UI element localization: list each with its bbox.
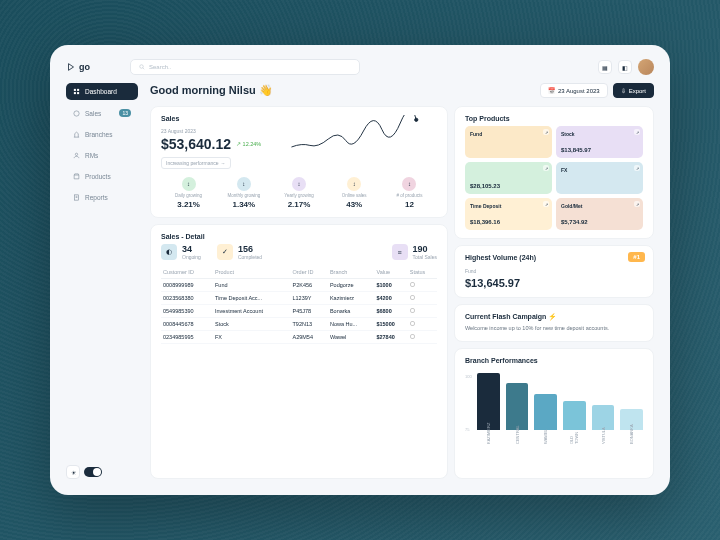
svg-point-5: [74, 110, 79, 115]
product-box[interactable]: Time Deposit↗$18,396.16: [465, 198, 552, 230]
nav-dashboard[interactable]: Dashboard: [66, 83, 138, 100]
col-header: Order ID: [291, 266, 328, 279]
sales-badge: 13: [119, 109, 131, 117]
nav-sales[interactable]: Sales 13: [66, 104, 138, 122]
rms-icon: [73, 152, 80, 159]
stat-ongoing: ◐34Ongoing: [161, 244, 201, 260]
sales-total: $53,640.12↗ 12.24%: [161, 136, 261, 152]
svg-point-6: [75, 153, 77, 155]
nav-reports[interactable]: Reports: [66, 189, 138, 206]
branch-bar: WAWEL: [534, 394, 557, 444]
metric-monthly: ↕Monthly growing1.34%: [216, 177, 271, 209]
branch-bar: CENTRAL: [506, 383, 529, 443]
campaign-card: Current Flash Campaign ⚡ Welcome income …: [454, 304, 654, 342]
stat-completed: ✓156Completed: [217, 244, 262, 260]
branch-bar: VISTULA: [592, 405, 615, 443]
nav-products[interactable]: Products: [66, 168, 138, 185]
svg-rect-1: [74, 89, 76, 91]
branch-bar: KAZIMIERZ: [477, 373, 500, 444]
nav-branches[interactable]: Branches: [66, 126, 138, 143]
sales-card: Sales 23 August 2023 $53,640.12↗ 12.24% …: [150, 106, 448, 218]
table-row[interactable]: 0023568380Time Deposit Acc...L1239YKazim…: [161, 292, 437, 305]
table-row[interactable]: 0549985390Investment AccountP45J78Bonark…: [161, 305, 437, 318]
svg-point-8: [415, 118, 418, 121]
branch-perf-card: Branch Performances 10075 KAZIMIERZCENTR…: [454, 348, 654, 479]
product-box[interactable]: Fund↗: [465, 126, 552, 158]
notifications-button[interactable]: ◧: [618, 60, 632, 74]
avatar[interactable]: [638, 59, 654, 75]
rank-badge: #1: [628, 252, 645, 262]
sales-sparkline: [271, 115, 437, 155]
svg-rect-4: [77, 92, 79, 94]
products-icon: [73, 173, 80, 180]
product-box[interactable]: Stock↗$13,845.97: [556, 126, 643, 158]
sales-icon: [73, 110, 80, 117]
table-row[interactable]: 0008999989FundP2K456Podgorze$1000: [161, 279, 437, 292]
branch-bar: BONARKA: [620, 409, 643, 443]
theme-light-button[interactable]: ☀: [66, 465, 80, 479]
sales-pct: ↗ 12.24%: [236, 141, 261, 147]
col-header: Customer ID: [161, 266, 213, 279]
metric-online: ↕Online sales43%: [327, 177, 382, 209]
col-header: Product: [213, 266, 291, 279]
col-header: Status: [408, 266, 437, 279]
metric-yearly: ↕Yearly growing2.17%: [271, 177, 326, 209]
logo: go: [66, 62, 90, 72]
metric-products: ↕# of products12: [382, 177, 437, 209]
dashboard-icon: [73, 88, 80, 95]
col-header: Branch: [328, 266, 375, 279]
col-header: Value: [374, 266, 407, 279]
sales-table: Customer IDProductOrder IDBranchValueSta…: [161, 266, 437, 344]
product-box[interactable]: Gold/Met↗$5,734.92: [556, 198, 643, 230]
grid-icon-button[interactable]: ▦: [598, 60, 612, 74]
product-box[interactable]: FX↗: [556, 162, 643, 194]
perf-badge: Increasing performance →: [161, 157, 231, 169]
svg-rect-2: [77, 89, 79, 91]
greeting: Good morning Nilsu 👋: [150, 84, 273, 97]
table-row[interactable]: 0008445678StockT92N13Nowa Hu...$15000: [161, 318, 437, 331]
metric-daily: ↕Daily growing3.21%: [161, 177, 216, 209]
highest-volume-card: Highest Volume (24h) #1 Fund $13,645.97: [454, 245, 654, 298]
product-box[interactable]: ↗$28,105.23: [465, 162, 552, 194]
nav-rms[interactable]: RMs: [66, 147, 138, 164]
svg-point-0: [140, 65, 144, 69]
sales-title: Sales: [161, 115, 261, 122]
stat-total: ≡190Total Sales: [392, 244, 437, 260]
top-products-card: Top Products Fund↗Stock↗$13,845.97↗$28,1…: [454, 106, 654, 239]
sales-date: 23 August 2023: [161, 128, 261, 134]
export-button[interactable]: ⇩ Export: [613, 83, 654, 98]
branch-bar: OLD TOWN: [563, 401, 586, 444]
table-row[interactable]: 0234985995FXA29M54Wawel$27840: [161, 331, 437, 344]
theme-toggle[interactable]: [84, 467, 102, 477]
search-icon: [139, 64, 145, 70]
sales-detail-card: Sales - Detail ◐34Ongoing ✓156Completed …: [150, 224, 448, 479]
reports-icon: [73, 194, 80, 201]
search-input[interactable]: Search..: [130, 59, 360, 75]
svg-rect-3: [74, 92, 76, 94]
branches-icon: [73, 131, 80, 138]
date-button[interactable]: 📅 23 August 2023: [540, 83, 608, 98]
